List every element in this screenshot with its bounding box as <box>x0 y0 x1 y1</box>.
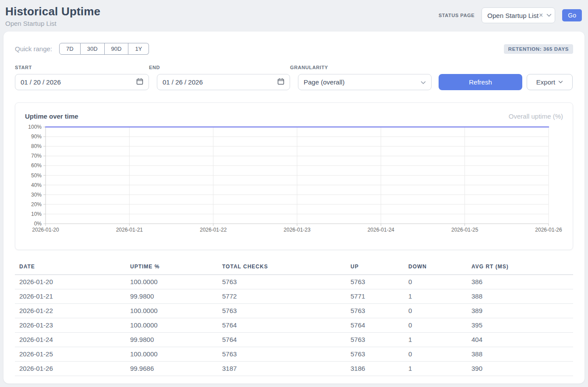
table-cell: 5763 <box>346 333 404 347</box>
table-cell: 99.9686 <box>126 362 218 376</box>
refresh-button[interactable]: Refresh <box>439 74 522 90</box>
clear-icon[interactable]: × <box>539 12 543 19</box>
chart-header: Uptime over time Overall uptime (%) <box>25 113 563 120</box>
start-date-value: 01 / 20 / 2026 <box>21 78 61 86</box>
table-header-cell: DATE <box>15 261 126 275</box>
svg-text:30%: 30% <box>31 192 42 198</box>
chevron-down-icon <box>421 78 426 86</box>
chevron-down-icon <box>546 14 552 17</box>
calendar-icon[interactable] <box>277 78 284 86</box>
table-cell: 1 <box>404 333 467 347</box>
quick-range-row: Quick range: 7D30D90D1Y RETENTION: 365 D… <box>15 43 573 55</box>
table-cell: 2026-01-24 <box>15 333 126 347</box>
table-cell: 395 <box>467 318 573 333</box>
table-cell: 388 <box>467 289 573 304</box>
chart-title: Uptime over time <box>25 113 78 120</box>
quick-range-group: 7D30D90D1Y <box>59 43 149 55</box>
svg-text:2026-01-25: 2026-01-25 <box>451 227 478 233</box>
end-date-label: END <box>149 65 290 70</box>
export-button-label: Export <box>536 78 555 86</box>
quick-range-button-30d[interactable]: 30D <box>81 43 105 55</box>
table-cell: 5763 <box>346 347 404 362</box>
quick-range-button-90d[interactable]: 90D <box>105 43 129 55</box>
table-cell: 99.9800 <box>126 289 218 304</box>
table-cell: 0 <box>404 275 467 289</box>
status-page-select[interactable]: Open Startup List × <box>482 7 555 23</box>
table-cell: 1 <box>404 362 467 376</box>
export-button[interactable]: Export <box>527 74 573 90</box>
granularity-field: GRANULARITY Page (overall) <box>290 65 432 90</box>
page-header: Historical Uptime Open Startup List STAT… <box>0 0 588 32</box>
chart-card: Uptime over time Overall uptime (%) 0%10… <box>15 102 573 250</box>
go-button[interactable]: Go <box>562 9 582 21</box>
table-cell: 0 <box>404 304 467 318</box>
main-card: Quick range: 7D30D90D1Y RETENTION: 365 D… <box>4 32 584 383</box>
uptime-table: DATEUPTIME %TOTAL CHECKSUPDOWNAVG RT (MS… <box>15 261 573 376</box>
table-cell: 0 <box>404 318 467 333</box>
table-header-cell: TOTAL CHECKS <box>218 261 346 275</box>
table-cell: 5763 <box>218 304 346 318</box>
calendar-icon[interactable] <box>136 78 143 86</box>
quick-range-button-1y[interactable]: 1Y <box>128 43 149 55</box>
page-heading: Historical Uptime Open Startup List <box>5 5 100 27</box>
status-page-select-value: Open Startup List <box>487 12 538 19</box>
svg-text:100%: 100% <box>28 124 42 130</box>
table-cell: 5763 <box>346 275 404 289</box>
quick-range-button-7d[interactable]: 7D <box>59 43 81 55</box>
table-cell: 5771 <box>346 289 404 304</box>
svg-text:2026-01-24: 2026-01-24 <box>368 227 395 233</box>
svg-text:70%: 70% <box>31 153 42 159</box>
table-cell: 0 <box>404 347 467 362</box>
table-cell: 100.0000 <box>126 347 218 362</box>
table-cell: 1 <box>404 289 467 304</box>
table-cell: 5763 <box>218 275 346 289</box>
svg-text:2026-01-20: 2026-01-20 <box>32 227 59 233</box>
start-date-input[interactable]: 01 / 20 / 2026 <box>15 74 149 90</box>
quick-range-label: Quick range: <box>15 45 52 53</box>
table-cell: 2026-01-20 <box>15 275 126 289</box>
table-header-cell: DOWN <box>404 261 467 275</box>
table-cell: 5763 <box>346 304 404 318</box>
end-date-field: END 01 / 26 / 2026 <box>149 65 290 90</box>
svg-text:80%: 80% <box>31 143 42 149</box>
end-date-input[interactable]: 01 / 26 / 2026 <box>157 74 290 90</box>
table-cell: 389 <box>467 304 573 318</box>
svg-text:40%: 40% <box>31 182 42 188</box>
chart-legend: Overall uptime (%) <box>509 113 563 120</box>
retention-badge: RETENTION: 365 DAYS <box>504 44 573 54</box>
table-row: 2026-01-22100.0000576357630389 <box>15 304 573 318</box>
table-cell: 404 <box>467 333 573 347</box>
granularity-select[interactable]: Page (overall) <box>298 74 432 90</box>
svg-text:2026-01-22: 2026-01-22 <box>200 227 227 233</box>
end-date-value: 01 / 26 / 2026 <box>163 78 203 86</box>
table-row: 2026-01-25100.0000576357630388 <box>15 347 573 362</box>
table-cell: 5763 <box>218 347 346 362</box>
table-header-cell: UPTIME % <box>126 261 218 275</box>
table-header-cell: UP <box>346 261 404 275</box>
svg-text:90%: 90% <box>31 134 42 140</box>
page-title: Historical Uptime <box>5 5 100 18</box>
svg-text:2026-01-21: 2026-01-21 <box>116 227 143 233</box>
header-right: STATUS PAGE Open Startup List × Go <box>439 7 582 23</box>
table-cell: 5764 <box>218 318 346 333</box>
table-cell: 99.9800 <box>126 333 218 347</box>
svg-text:2026-01-23: 2026-01-23 <box>283 227 311 233</box>
table-cell: 5772 <box>218 289 346 304</box>
table-row: 2026-01-20100.0000576357630386 <box>15 275 573 289</box>
table-row: 2026-01-2499.9800576457631404 <box>15 333 573 347</box>
svg-text:10%: 10% <box>31 211 42 217</box>
svg-text:20%: 20% <box>31 201 42 208</box>
table-cell: 100.0000 <box>126 318 218 333</box>
table-row: 2026-01-2199.9800577257711388 <box>15 289 573 304</box>
table-header-row: DATEUPTIME %TOTAL CHECKSUPDOWNAVG RT (MS… <box>15 261 573 275</box>
table-cell: 2026-01-23 <box>15 318 126 333</box>
table-cell: 2026-01-21 <box>15 289 126 304</box>
table-cell: 100.0000 <box>126 304 218 318</box>
svg-text:50%: 50% <box>31 172 42 179</box>
svg-text:0%: 0% <box>34 221 42 227</box>
filter-form-row: START 01 / 20 / 2026 END 01 / 26 / 2026 … <box>15 65 573 90</box>
uptime-chart: 0%10%20%30%40%50%60%70%80%90%100%2026-01… <box>25 123 563 236</box>
table-cell: 3187 <box>218 362 346 376</box>
table-row: 2026-01-23100.0000576457640395 <box>15 318 573 333</box>
start-date-label: START <box>15 65 149 70</box>
